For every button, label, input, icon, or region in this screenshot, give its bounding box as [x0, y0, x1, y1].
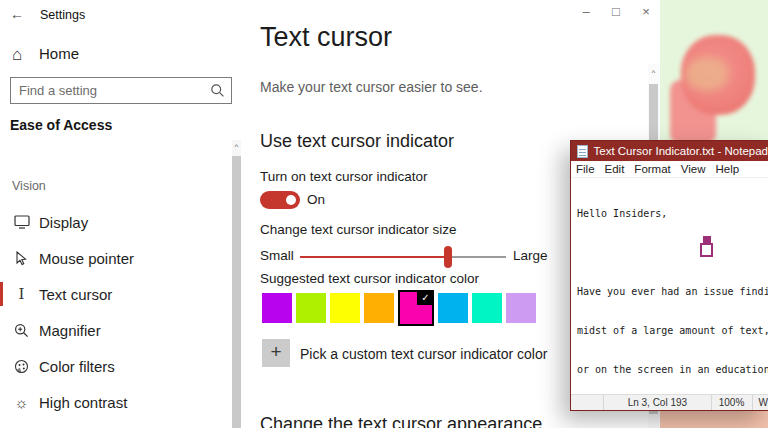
wallpaper-bottom-strip — [659, 410, 768, 428]
menu-file[interactable]: File — [571, 163, 600, 175]
notepad-title: Text Cursor Indicator.txt - Notepad — [594, 145, 768, 157]
text-cursor-icon: I — [13, 285, 30, 303]
status-line-col: Ln 3, Col 193 — [603, 395, 710, 410]
page-title: Text cursor — [260, 22, 392, 53]
sidebar-item-mouse-pointer[interactable]: Mouse pointer — [0, 240, 232, 276]
sidebar-item-color-filters[interactable]: Color filters — [0, 348, 232, 384]
text-cursor-indicator-box — [700, 243, 713, 257]
size-label: Change text cursor indicator size — [260, 222, 457, 237]
sidebar-nav: Display Mouse pointer I Text cursor Magn… — [0, 204, 232, 420]
sidebar-item-display[interactable]: Display — [0, 204, 232, 240]
color-filters-icon — [13, 359, 30, 374]
color-swatch-lavender[interactable] — [506, 293, 536, 323]
menu-format[interactable]: Format — [629, 163, 675, 175]
search-input[interactable] — [11, 78, 231, 103]
sidebar-item-high-contrast[interactable]: ☼ High contrast — [0, 384, 232, 420]
menu-edit[interactable]: Edit — [600, 163, 630, 175]
slider-track-filled[interactable] — [300, 256, 448, 258]
status-zoom: 100% — [711, 395, 752, 410]
sidebar-item-text-cursor[interactable]: I Text cursor — [0, 276, 232, 312]
search-icon — [210, 83, 225, 98]
notepad-menubar: File Edit Format View Help — [571, 161, 768, 178]
section-heading-indicator: Use text cursor indicator — [260, 131, 454, 152]
menu-help[interactable]: Help — [711, 163, 745, 175]
vision-group-label: Vision — [12, 179, 46, 193]
menu-view[interactable]: View — [676, 163, 711, 175]
check-icon: ✓ — [417, 290, 434, 305]
color-swatch-yellow-green[interactable] — [296, 293, 326, 323]
notepad-icon — [577, 145, 588, 158]
mouse-pointer-icon — [13, 251, 30, 266]
toggle-state-label: On — [307, 192, 325, 207]
ease-of-access-header: Ease of Access — [10, 117, 112, 133]
slider-min-label: Small — [260, 248, 294, 263]
color-swatch-blue[interactable] — [438, 293, 468, 323]
scroll-up-icon[interactable]: ^ — [648, 66, 659, 80]
sidebar-item-magnifier[interactable]: Magnifier — [0, 312, 232, 348]
close-button[interactable]: × — [634, 4, 658, 19]
status-eol: W — [752, 395, 768, 410]
custom-color-label[interactable]: Pick a custom text cursor indicator colo… — [300, 346, 547, 362]
color-swatch-turquoise[interactable] — [472, 293, 502, 323]
scroll-up-icon[interactable]: ^ — [232, 140, 241, 154]
search-box[interactable] — [10, 77, 232, 104]
maximize-button[interactable]: □ — [604, 4, 628, 19]
color-swatch-pink-selected[interactable]: ✓ — [398, 290, 434, 326]
indicator-toggle[interactable] — [260, 191, 300, 209]
section-heading-appearance: Change the text cursor appearance — [260, 414, 542, 428]
magnifier-icon — [13, 323, 30, 338]
window-title: Settings — [40, 8, 85, 22]
notepad-statusbar: Ln 3, Col 193 100% W — [571, 394, 768, 410]
slider-track-rest[interactable] — [452, 256, 506, 258]
slider-max-label: Large — [513, 248, 548, 263]
toggle-label: Turn on text cursor indicator — [260, 169, 428, 184]
minimize-button[interactable]: – — [574, 4, 598, 19]
back-icon[interactable]: ← — [10, 6, 24, 22]
wallpaper-knuckles — [685, 57, 729, 91]
sidebar-scrollbar[interactable]: ^ — [232, 140, 241, 428]
text-cursor-indicator-top — [703, 236, 711, 243]
settings-window: ← Settings – □ × ⌂ Home Ease of Access V… — [0, 0, 660, 428]
swatch-row: ✓ — [262, 288, 540, 328]
color-swatch-orange[interactable] — [364, 293, 394, 323]
notepad-window: Text Cursor Indicator.txt - Notepad File… — [570, 140, 768, 411]
color-swatch-yellow[interactable] — [330, 293, 360, 323]
custom-color-button[interactable]: + — [262, 339, 290, 367]
high-contrast-icon: ☼ — [13, 394, 30, 411]
home-icon: ⌂ — [12, 45, 22, 65]
toggle-knob — [286, 195, 296, 205]
suggested-color-label: Suggested text cursor indicator color — [260, 271, 479, 286]
display-icon — [13, 215, 30, 229]
selected-accent-bar — [0, 282, 3, 306]
color-swatch-purple[interactable] — [262, 293, 292, 323]
notepad-text-area[interactable]: Hello Insiders, Have you ever had an iss… — [571, 178, 768, 394]
page-subtitle: Make your text cursor easier to see. — [260, 79, 483, 95]
slider-thumb[interactable] — [444, 246, 452, 268]
notepad-titlebar[interactable]: Text Cursor Indicator.txt - Notepad — [571, 141, 768, 161]
sidebar-item-home[interactable]: Home — [39, 45, 79, 62]
sidebar-scrollbar-thumb[interactable] — [232, 156, 241, 428]
